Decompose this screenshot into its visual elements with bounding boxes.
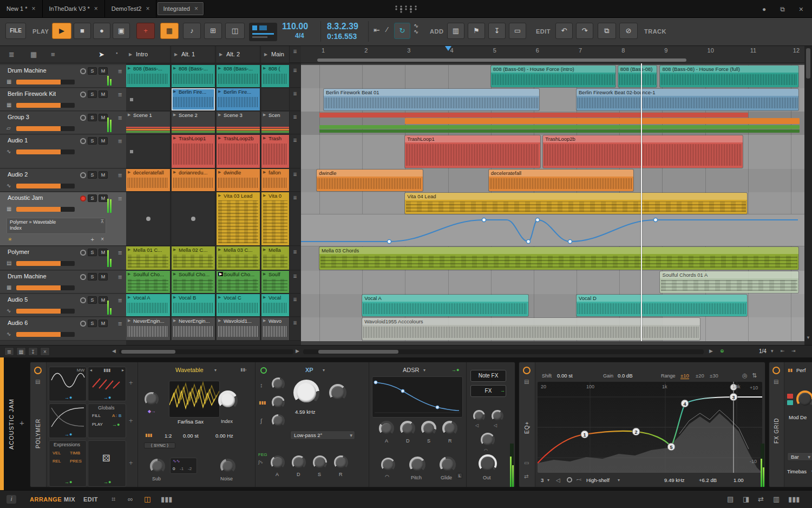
volume-slider[interactable] (16, 184, 75, 188)
add-modulator-button-3[interactable]: + (129, 459, 133, 467)
mod-tag-teal[interactable] (787, 400, 793, 405)
link-toggle-icon[interactable]: ∞ (128, 495, 133, 503)
clip-play-icon[interactable]: ▶ (218, 66, 221, 70)
arranger-clip[interactable]: TrashLoop1 (405, 135, 540, 168)
jump-back-icon[interactable]: ⇤ (374, 25, 380, 34)
fxgrid-power-button[interactable] (772, 367, 780, 374)
ab-b-label[interactable]: B (119, 413, 121, 418)
add-audio-track-button[interactable]: ⚑ (468, 23, 485, 39)
clip-play-icon[interactable]: ▶ (128, 248, 130, 252)
launcher-track-menu-icon[interactable]: ≣ (290, 65, 300, 88)
clip-slot[interactable]: ▶Vocal B (172, 294, 215, 317)
osc-ratio-value[interactable]: 1:2 (165, 433, 172, 439)
add-modulator-button-2[interactable]: + (129, 416, 133, 425)
osc-bars-icon[interactable]: ▮▮⸗ (240, 367, 246, 372)
launcher-track-menu-icon[interactable]: ≣ (290, 246, 300, 270)
arranger-timeline[interactable]: 808 (Bass-08) - House Force (intro)808 (… (301, 63, 804, 345)
glide-legato-badge[interactable]: L (457, 473, 462, 479)
track-menu-icon[interactable]: ≣ (118, 172, 122, 178)
feg-a-knob[interactable] (271, 455, 285, 470)
clip-play-icon[interactable]: ▶ (173, 89, 176, 94)
arranger-clip[interactable]: Vocal A (362, 295, 528, 316)
mod-arrow-icon[interactable]: →● (64, 432, 72, 437)
clip-play-icon[interactable]: ▶ (218, 193, 221, 198)
mod-arrow-icon[interactable]: →● (103, 395, 111, 400)
launcher-track-menu-icon[interactable]: ≣ (290, 271, 300, 294)
vertical-scrollbar[interactable]: ▼ (804, 46, 812, 345)
clip-play-icon[interactable]: ▶ (218, 318, 221, 323)
solo-button[interactable]: S (88, 194, 97, 202)
launcher-track-menu-icon[interactable]: ≣ (290, 88, 300, 111)
launcher-scroll-right-icon[interactable]: ▶ (296, 348, 299, 354)
eq-band-type-dropdown-icon[interactable]: ▾ (618, 478, 620, 483)
time-signature-display[interactable]: 4/4 (295, 32, 304, 40)
mute-button[interactable]: M (99, 137, 108, 145)
range-20-option[interactable]: ±20 (696, 373, 704, 379)
volume-slider[interactable] (16, 80, 75, 84)
tab-close-icon[interactable]: × (32, 5, 36, 12)
feg-s-knob[interactable] (313, 455, 327, 470)
record-arm-button[interactable] (80, 196, 86, 201)
ab-a-label[interactable]: A (112, 413, 115, 418)
env-title[interactable]: ADSR (403, 367, 420, 373)
ruler-range-handle[interactable] (317, 58, 686, 62)
scene-column-menu-icon[interactable]: ≣ (290, 46, 300, 63)
clip-slot[interactable]: ▶Berlin Fire... (172, 88, 215, 111)
window-status-icon[interactable]: ● (762, 5, 766, 13)
play-button[interactable]: ▶ (52, 23, 71, 39)
track-row[interactable]: Audio 2SM∿≣ (0, 169, 126, 192)
filter-slope-icon[interactable]: ∫ (260, 418, 262, 424)
edit-view-button[interactable]: EDIT (83, 496, 98, 503)
project-tab[interactable]: InTheDark V3 *× (43, 0, 105, 17)
clip-play-icon[interactable]: ▶ (218, 272, 223, 276)
volume-slider[interactable] (16, 332, 75, 337)
arranger-scroll-thumb[interactable] (318, 350, 398, 354)
clip-slot[interactable]: ▶Vocal (261, 294, 290, 317)
clip-slot[interactable]: ▶Mella 01 C... (126, 246, 171, 270)
mod-depth-knob[interactable] (796, 390, 812, 408)
env-display[interactable] (372, 376, 463, 418)
pointer-tool-icon[interactable]: ➤ (99, 50, 104, 58)
polymer-folder-icon[interactable]: ▤ (35, 379, 40, 385)
globals-module[interactable]: Globals FILL A ⁞ B PLAY →● (88, 403, 126, 438)
eq-power-button[interactable] (523, 367, 531, 374)
time-display[interactable]: 0:16.553 (327, 32, 357, 41)
track-menu-icon[interactable]: ≣ (118, 92, 122, 97)
inspector-panel-icon[interactable]: ◨ (743, 495, 749, 503)
grid-view-icon[interactable]: ▦ (30, 50, 37, 58)
sub-oct-2[interactable]: -2 (188, 466, 192, 471)
project-tab[interactable]: DemoTest2× (105, 0, 157, 17)
filter-dropdown-icon[interactable]: ▾ (323, 368, 325, 373)
tab-close-icon[interactable]: × (146, 5, 149, 12)
solo-button[interactable]: S (88, 171, 97, 179)
automation-point[interactable] (388, 240, 391, 244)
stop-button[interactable]: ■ (74, 23, 91, 39)
gain-value[interactable]: 0.0 dB (618, 373, 632, 379)
track-menu-icon[interactable]: ≣ (118, 68, 122, 74)
mute-button[interactable]: M (99, 249, 108, 256)
file-menu-button[interactable]: FILE (5, 23, 26, 39)
clip-slot[interactable]: ▶Vocal A (126, 294, 171, 317)
add-device-button[interactable]: + (19, 418, 24, 427)
scene-header[interactable]: ▶Intro (126, 46, 171, 63)
launcher-track-menu-icon[interactable]: ≣ (290, 169, 300, 192)
add-device-slot-button[interactable]: + (91, 236, 94, 243)
track-menu-icon[interactable]: ≣ (118, 321, 122, 327)
launcher-scrollbar[interactable] (119, 349, 293, 354)
polymer-power-button[interactable] (34, 367, 42, 374)
sub-knob[interactable] (150, 459, 165, 474)
wavetable-index-knob[interactable] (218, 390, 238, 410)
filter-mix-knob[interactable] (329, 384, 346, 401)
timb-label[interactable]: TIMB (70, 451, 80, 455)
playhead[interactable] (641, 63, 642, 341)
clip-slot[interactable]: ▶Soulful Cho... (172, 271, 215, 294)
clip-play-icon[interactable]: ▶ (173, 66, 176, 70)
filter-cutoff-knob[interactable] (293, 380, 319, 406)
clip-slot[interactable]: ▶Trash (261, 135, 290, 168)
launcher-track-menu-icon[interactable]: ≣ (290, 112, 300, 134)
voice-spread-knob[interactable] (492, 410, 503, 422)
clip-slot[interactable]: ▶Berlin Fire... (217, 88, 260, 111)
tab-close-icon[interactable]: × (194, 5, 198, 12)
eq-listen-icon[interactable]: ◁ (556, 477, 560, 483)
launcher-track-menu-icon[interactable]: ≣ (290, 317, 300, 341)
